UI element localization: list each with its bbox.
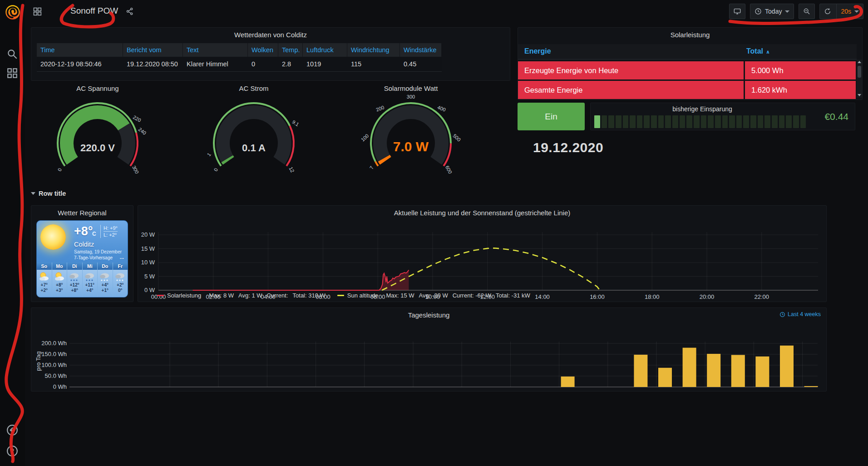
day-high: +11° bbox=[85, 283, 94, 288]
bar-12/17[interactable] bbox=[755, 357, 769, 387]
zoom-out-button[interactable] bbox=[799, 4, 815, 19]
city-name: Colditz bbox=[74, 241, 94, 248]
column-header[interactable]: Text bbox=[183, 43, 248, 57]
column-header[interactable]: Wolken bbox=[248, 43, 278, 57]
y-axis-tick-label: 0 Wh bbox=[53, 383, 67, 390]
bar-12/15[interactable] bbox=[707, 354, 720, 387]
gauge: 71002003004005006007.0 W bbox=[356, 94, 465, 181]
day-low: +3° bbox=[56, 288, 63, 293]
column-header-energie[interactable]: Energie bbox=[524, 47, 551, 55]
column-header-total[interactable]: Total∧ bbox=[746, 47, 770, 55]
x-axis-tick-label: 18:00 bbox=[645, 293, 660, 300]
solar-series-area bbox=[193, 270, 409, 291]
day-high: +8° bbox=[56, 283, 63, 288]
time-range-picker[interactable]: Today bbox=[750, 4, 794, 19]
column-header[interactable]: Time bbox=[37, 43, 123, 57]
bar-12/13[interactable] bbox=[658, 368, 672, 387]
x-axis-tick-label: 14:00 bbox=[535, 293, 550, 300]
share-icon[interactable] bbox=[126, 7, 134, 15]
column-header[interactable]: Temp. bbox=[278, 43, 303, 57]
gauge-tick-label: 1 bbox=[206, 152, 212, 157]
savings-segment bbox=[764, 115, 770, 128]
rain-icon bbox=[84, 271, 96, 283]
cell-bericht: 19.12.2020 08:50 bbox=[123, 57, 183, 72]
grafana-logo[interactable] bbox=[3, 3, 22, 22]
gauge-title: AC Spannung bbox=[41, 84, 154, 92]
cell-windstaerke: 0.45 bbox=[400, 57, 442, 72]
sleet-icon bbox=[114, 271, 127, 283]
column-header[interactable]: Bericht vom bbox=[123, 43, 183, 57]
day-name: Fr bbox=[113, 263, 128, 270]
dashboard-row-toggle[interactable]: Row title bbox=[31, 190, 66, 197]
gauge-panel: AC Spannung0220240300220.0 V bbox=[41, 84, 154, 183]
dashboards-icon[interactable] bbox=[6, 67, 18, 79]
y-axis-tick-label: 50.0 Wh bbox=[45, 372, 67, 379]
bar-12/18[interactable] bbox=[780, 346, 794, 387]
bar-chart: 0 Wh50.0 Wh100.0 Wh150.0 Wh200.0 Whpro T… bbox=[31, 320, 826, 391]
bar-12/14[interactable] bbox=[683, 348, 696, 387]
day-high: +12° bbox=[70, 283, 79, 288]
column-header[interactable]: Windstärke bbox=[400, 43, 442, 57]
legend-item[interactable]: SolarleistungMax: 8 WAvg: 1 WCurrent:Tot… bbox=[157, 292, 326, 299]
x-axis-tick-label: 12/13 bbox=[649, 391, 664, 391]
gauge-tick-label: 100 bbox=[360, 133, 370, 143]
cell-luftdruck: 1019 bbox=[303, 57, 347, 72]
savings-segment bbox=[715, 115, 721, 128]
gauge: 019.1120.1 A bbox=[199, 94, 308, 181]
day-low: 0° bbox=[118, 288, 123, 293]
gauge-value: 220.0 V bbox=[80, 142, 115, 154]
more-link[interactable]: ... bbox=[120, 254, 124, 260]
bar-12/19[interactable] bbox=[804, 386, 818, 387]
forecast-day: Mo+8°+3° bbox=[52, 263, 68, 297]
cell-windrichtung: 115 bbox=[347, 57, 400, 72]
bar-12/09[interactable] bbox=[561, 377, 575, 387]
savings-segment bbox=[686, 115, 692, 128]
savings-segment bbox=[644, 115, 650, 128]
energy-name: Gesamte Energie bbox=[518, 81, 744, 99]
forecast-day: Di+12°+8° bbox=[67, 263, 83, 297]
column-header[interactable]: Windrichtung bbox=[347, 43, 400, 57]
day-high: +2° bbox=[117, 283, 123, 288]
weather-table-title: Wetterdaten von Colditz bbox=[31, 31, 510, 39]
top-header: Sonoff POW Today bbox=[25, 0, 868, 23]
legend-series-color bbox=[157, 295, 164, 296]
bar-12/16[interactable] bbox=[731, 355, 745, 387]
day-high: +4° bbox=[102, 283, 108, 288]
gauge-title: Solarmodule Watt bbox=[354, 84, 468, 92]
scrollbar-thumb[interactable] bbox=[858, 66, 861, 78]
forecast-day: So+7°+2° bbox=[37, 263, 52, 297]
gauge-tick-label: 300 bbox=[407, 94, 415, 99]
scrollbar[interactable] bbox=[857, 59, 862, 98]
weather-regional-title: Wetter Regional bbox=[31, 209, 133, 217]
x-axis-tick-label: 16:00 bbox=[590, 293, 605, 300]
legend-item[interactable]: Sun altitudeMax: 15 WAvg: -20 WCurrent: … bbox=[337, 292, 530, 299]
savings-segment bbox=[637, 115, 643, 128]
time-range-override-link[interactable]: Last 4 weeks bbox=[779, 311, 821, 317]
refresh-button-group[interactable]: 20s bbox=[819, 4, 863, 19]
savings-segment bbox=[772, 115, 778, 128]
weather-table-panel: Wetterdaten von Colditz Time Bericht vom… bbox=[31, 27, 510, 81]
search-icon[interactable] bbox=[6, 48, 18, 60]
forecast-link[interactable]: 7-Tage-Vorhersage bbox=[74, 255, 113, 260]
savings-segment bbox=[750, 115, 756, 128]
help-icon[interactable]: ? bbox=[6, 445, 18, 457]
bar-12/12[interactable] bbox=[634, 355, 647, 387]
scroll-down-icon[interactable] bbox=[858, 94, 861, 96]
power-toggle-button[interactable]: Ein bbox=[518, 103, 585, 130]
current-temp: +8° bbox=[74, 224, 93, 238]
column-header[interactable]: Luftdruck bbox=[303, 43, 347, 57]
daily-output-bar-chart-panel: Tagesleistung Last 4 weeks 0 Wh50.0 Wh10… bbox=[31, 307, 827, 392]
weather-date: Samstag, 19 Dezember bbox=[74, 249, 122, 254]
time-range-label: Today bbox=[765, 8, 782, 15]
gauge-tick-label: 7 bbox=[369, 165, 375, 170]
sleet-icon bbox=[99, 271, 111, 283]
savings-segment bbox=[694, 115, 700, 128]
scroll-up-icon[interactable] bbox=[858, 61, 861, 63]
dashboard-grid-icon[interactable] bbox=[33, 7, 42, 16]
tv-mode-button[interactable] bbox=[729, 4, 745, 19]
chevron-down-icon bbox=[854, 10, 859, 13]
cell-time: 2020-12-19 08:50:46 bbox=[37, 57, 123, 72]
gauge-title: AC Strom bbox=[197, 84, 311, 92]
weather-table-header: Time Bericht vom Text Wolken Temp. Luftd… bbox=[37, 43, 442, 57]
exit-kiosk-icon[interactable] bbox=[6, 424, 18, 436]
